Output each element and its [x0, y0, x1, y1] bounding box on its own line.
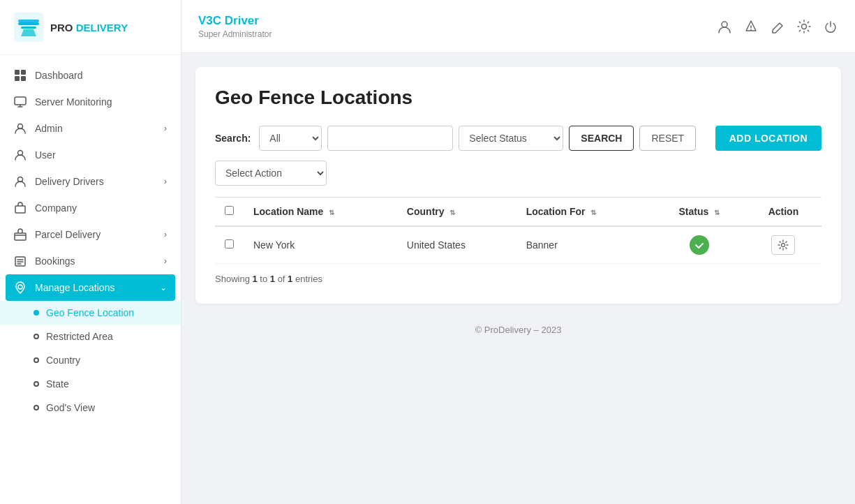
- sidebar-item-user[interactable]: User: [0, 142, 181, 168]
- search-button[interactable]: SEARCH: [569, 126, 634, 151]
- sidebar-item-parcel-delivery-label: Parcel Delivery: [35, 229, 101, 240]
- status-select[interactable]: Select Status: [459, 126, 563, 151]
- col-country: Country ⇅: [397, 198, 516, 227]
- showing-from: 1: [252, 274, 257, 284]
- edit-icon[interactable]: [770, 19, 785, 34]
- sort-status-icon[interactable]: ⇅: [714, 209, 720, 216]
- delivery-drivers-arrow: ›: [164, 177, 167, 186]
- main-card: Geo Fence Locations Search: All Select S…: [195, 67, 841, 304]
- col-status-label: Status: [678, 206, 708, 217]
- row-checkbox[interactable]: [225, 239, 234, 249]
- sidebar-item-server-monitoring-label: Server Monitoring: [35, 96, 112, 108]
- reset-button[interactable]: RESET: [639, 126, 696, 151]
- sidebar-item-parcel-delivery[interactable]: Parcel Delivery ›: [0, 221, 181, 248]
- sidebar-subitem-gods-view-label: God's View: [46, 402, 95, 413]
- sidebar-item-admin-label: Admin: [35, 123, 63, 134]
- topbar-title: V3C Driver: [198, 14, 272, 28]
- locations-table: Location Name ⇅ Country ⇅ Location For ⇅: [215, 197, 821, 264]
- sidebar-item-bookings[interactable]: Bookings ›: [0, 248, 181, 274]
- state-dot: [34, 381, 39, 387]
- sidebar-subitem-country[interactable]: Country: [0, 348, 181, 372]
- svg-point-17: [722, 22, 727, 27]
- row-status: [653, 226, 745, 264]
- table-container: Location Name ⇅ Country ⇅ Location For ⇅: [215, 197, 821, 264]
- monitor-icon: [14, 96, 27, 108]
- sidebar-item-delivery-drivers-label: Delivery Drivers: [35, 176, 104, 187]
- svg-rect-9: [15, 97, 26, 105]
- svg-point-16: [18, 285, 22, 289]
- sidebar-item-server-monitoring[interactable]: Server Monitoring: [0, 89, 181, 115]
- showing-text: Showing 1 to 1 of 1 entries: [215, 274, 821, 284]
- sidebar-item-bookings-label: Bookings: [35, 255, 75, 267]
- alert-icon[interactable]: [743, 19, 759, 34]
- sort-location-for-icon[interactable]: ⇅: [590, 209, 596, 216]
- svg-rect-8: [21, 76, 26, 81]
- restricted-area-dot: [34, 334, 39, 339]
- sidebar-subitem-geo-fence-label: Geo Fence Location: [46, 307, 134, 318]
- sidebar-subitem-state-label: State: [46, 378, 69, 390]
- sidebar-subitem-restricted-area[interactable]: Restricted Area: [0, 325, 181, 348]
- logo: PRO DELIVERY: [0, 0, 181, 55]
- showing-of-label: of: [275, 274, 288, 284]
- country-dot: [34, 357, 39, 363]
- gods-view-dot: [34, 405, 39, 410]
- search-input[interactable]: [327, 126, 453, 151]
- search-row: Search: All Select Status SEARCH RESET A…: [215, 126, 821, 151]
- action-row: Select Action: [215, 161, 821, 186]
- showing-to-label: to: [258, 274, 270, 284]
- sidebar-nav: Dashboard Server Monitoring Admin › User: [0, 55, 181, 504]
- row-action-gear-button[interactable]: [771, 235, 795, 255]
- topbar-subtitle: Super Administrator: [198, 29, 272, 39]
- svg-point-18: [750, 29, 752, 31]
- sidebar-item-manage-locations-label: Manage Locations: [35, 282, 114, 293]
- profile-icon[interactable]: [717, 19, 732, 34]
- col-location-name: Location Name ⇅: [244, 198, 397, 227]
- parcel-icon: [14, 228, 27, 241]
- bookings-arrow: ›: [164, 256, 167, 266]
- svg-rect-7: [15, 76, 20, 81]
- sidebar-item-manage-locations[interactable]: Manage Locations ⌄: [6, 274, 175, 301]
- sort-country-icon[interactable]: ⇅: [449, 209, 455, 216]
- col-location-for-label: Location For: [526, 206, 586, 217]
- manage-locations-arrow: ⌄: [160, 283, 167, 292]
- driver-icon: [14, 175, 27, 188]
- svg-rect-14: [15, 233, 26, 240]
- status-active-indicator: [690, 235, 709, 255]
- sidebar-item-admin[interactable]: Admin ›: [0, 115, 181, 142]
- select-all-cell: [215, 198, 244, 227]
- col-location-for: Location For ⇅: [516, 198, 653, 227]
- dashboard-icon: [14, 69, 27, 82]
- add-location-button[interactable]: ADD LOCATION: [715, 126, 821, 151]
- logo-pro: PRO DELIVERY: [50, 22, 128, 33]
- settings-icon[interactable]: [796, 19, 812, 34]
- col-location-name-label: Location Name: [253, 206, 323, 217]
- action-select[interactable]: Select Action: [215, 161, 327, 186]
- footer: © ProDelivery – 2023: [195, 315, 841, 345]
- sidebar-subitem-gods-view[interactable]: God's View: [0, 396, 181, 420]
- svg-rect-6: [21, 70, 26, 75]
- admin-arrow: ›: [164, 124, 167, 133]
- sidebar-subitem-state[interactable]: State: [0, 372, 181, 396]
- sidebar-subitem-restricted-area-label: Restricted Area: [46, 331, 113, 342]
- location-icon: [14, 281, 27, 294]
- sidebar-item-company-label: Company: [35, 202, 77, 214]
- showing-suffix: entries: [292, 274, 322, 284]
- sidebar-item-user-label: User: [35, 149, 56, 161]
- sidebar: PRO DELIVERY Dashboard Server Monitoring…: [0, 0, 181, 504]
- select-all-checkbox[interactable]: [225, 206, 234, 215]
- svg-rect-4: [18, 20, 39, 22]
- sidebar-item-company[interactable]: Company: [0, 195, 181, 221]
- sidebar-item-dashboard-label: Dashboard: [35, 70, 83, 81]
- power-icon[interactable]: [823, 19, 838, 34]
- row-location-for: Banner: [516, 226, 653, 264]
- sidebar-item-delivery-drivers[interactable]: Delivery Drivers ›: [0, 168, 181, 195]
- user-icon: [14, 149, 27, 161]
- sidebar-subitem-geo-fence-location[interactable]: Geo Fence Location: [0, 301, 181, 325]
- sidebar-item-dashboard[interactable]: Dashboard: [0, 62, 181, 89]
- topbar-icons: [717, 19, 838, 34]
- sort-location-name-icon[interactable]: ⇅: [329, 209, 334, 216]
- row-location-name: New York: [244, 226, 397, 264]
- logo-icon: [14, 13, 43, 42]
- all-filter-select[interactable]: All: [259, 126, 322, 151]
- row-checkbox-cell: [215, 226, 244, 264]
